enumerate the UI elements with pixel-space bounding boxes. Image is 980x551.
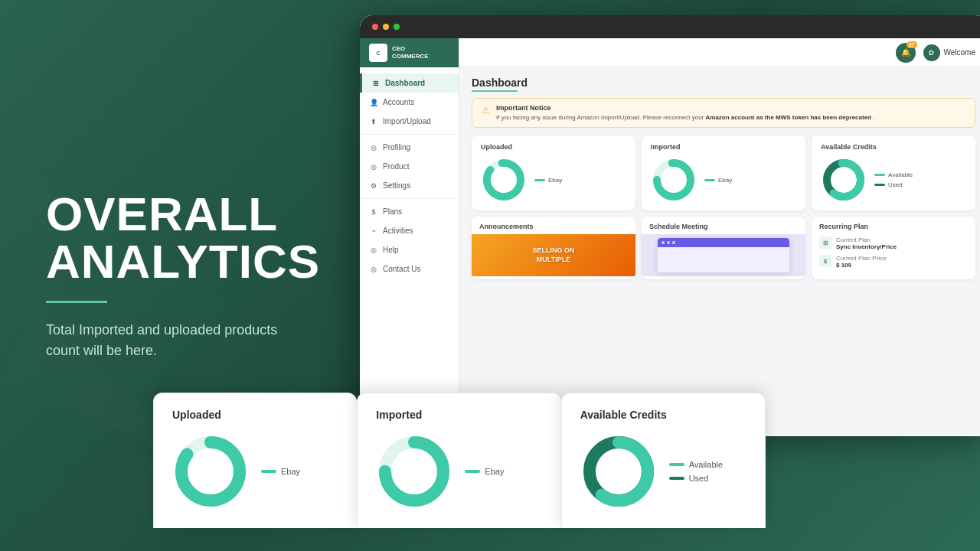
bottom-legend-imported: Ebay xyxy=(465,467,504,476)
sidebar: C CEO COMMERCE ⊞ Dashboard 👤 Accounts ⬆ xyxy=(360,38,459,436)
stat-body-imported: Ebay xyxy=(651,157,796,203)
notification-bell[interactable]: 🔔 37 xyxy=(896,43,916,63)
bottom-legend-ebay-imported: Ebay xyxy=(465,467,504,476)
legend-imported: Ebay xyxy=(704,177,732,184)
sidebar-item-help[interactable]: ◎ Help xyxy=(360,240,459,259)
activities-icon: ~ xyxy=(369,227,378,235)
sidebar-item-product[interactable]: ◎ Product xyxy=(360,157,459,176)
sidebar-item-import-upload[interactable]: ⬆ Import/Upload xyxy=(360,112,459,131)
bottom-donut-imported xyxy=(376,433,452,510)
stat-card-credits: Available Credits xyxy=(812,135,975,210)
profiling-icon: ◎ xyxy=(369,144,378,152)
logo-icon: C xyxy=(369,44,387,62)
schedule-meeting-card: Schedule Meeting xyxy=(642,217,805,279)
stat-title-uploaded: Uploaded xyxy=(481,143,626,151)
svg-point-14 xyxy=(835,171,853,189)
app-frame: C CEO COMMERCE ⊞ Dashboard 👤 Accounts ⬆ xyxy=(360,38,980,436)
recurring-price-info: Current Plan Price $ 109 xyxy=(836,255,886,269)
stat-title-credits: Available Credits xyxy=(821,143,966,151)
page-title: Dashboard xyxy=(472,77,975,89)
device-minimize-dot xyxy=(383,24,389,30)
stats-row: Uploaded xyxy=(472,135,975,210)
schedule-window xyxy=(658,238,789,272)
avatar: D xyxy=(923,44,940,61)
sidebar-item-dashboard[interactable]: ⊞ Dashboard xyxy=(360,73,459,93)
sidebar-nav: ⊞ Dashboard 👤 Accounts ⬆ Import/Upload ◎… xyxy=(360,67,459,285)
device-maximize-dot xyxy=(394,24,400,30)
bottom-card-imported: Imported Ebay xyxy=(357,393,560,528)
donut-imported xyxy=(651,157,697,203)
settings-icon: ⚙ xyxy=(369,182,378,190)
device-close-dot xyxy=(372,24,378,30)
help-icon: ◎ xyxy=(369,246,378,254)
bottom-legend-dot-ebay-imported xyxy=(465,470,480,473)
recurring-item-price: $ Current Plan Price $ 109 xyxy=(819,255,968,269)
bottom-body-credits: Available Used xyxy=(580,433,746,510)
svg-point-8 xyxy=(495,171,513,189)
welcome-text: Welcome xyxy=(944,48,976,57)
subtitle-text: Total Imported and uploaded products cou… xyxy=(46,320,306,361)
legend-item-ebay: Ebay xyxy=(534,177,562,184)
notice-banner: ⚠ Important Notice If you facing any iss… xyxy=(472,98,975,128)
stat-card-imported: Imported xyxy=(642,135,805,210)
announcements-card: Announcements SELLING ON MULTIPLE xyxy=(472,217,635,279)
second-row: Announcements SELLING ON MULTIPLE Schedu… xyxy=(472,217,975,279)
recurring-price-icon: $ xyxy=(819,255,831,267)
donut-uploaded xyxy=(481,157,527,203)
schedule-title: Schedule Meeting xyxy=(642,217,805,234)
svg-point-20 xyxy=(397,455,431,488)
sidebar-divider-2 xyxy=(360,198,459,199)
accounts-icon: 👤 xyxy=(369,99,378,106)
stat-card-uploaded: Uploaded xyxy=(472,135,635,210)
title-underline xyxy=(472,90,518,92)
bottom-legend-available: Available xyxy=(669,460,723,469)
legend-credits: Available Used xyxy=(874,171,913,188)
product-icon: ◎ xyxy=(369,163,378,171)
notice-icon: ⚠ xyxy=(482,105,490,116)
svg-point-23 xyxy=(602,455,635,488)
sidebar-divider-1 xyxy=(360,134,459,135)
bottom-legend-dot-available xyxy=(669,463,684,466)
sidebar-item-accounts[interactable]: 👤 Accounts xyxy=(360,93,459,112)
import-icon: ⬆ xyxy=(369,118,378,126)
legend-item-ebay-imported: Ebay xyxy=(704,177,732,184)
sidebar-item-activities[interactable]: ~ Activities xyxy=(360,221,459,240)
bottom-donut-uploaded xyxy=(172,433,249,510)
bottom-legend-used: Used xyxy=(669,474,723,483)
headline-divider xyxy=(46,301,107,303)
legend-dot-ebay xyxy=(534,179,545,181)
dashboard-icon: ⊞ xyxy=(371,80,381,87)
sw-dot-1 xyxy=(662,241,665,244)
sidebar-item-plans[interactable]: $ Plans xyxy=(360,202,459,221)
recurring-item-plan: ⊞ Current Plan Sync Inventory/Price xyxy=(819,236,968,250)
dashboard-frame: C CEO COMMERCE ⊞ Dashboard 👤 Accounts ⬆ xyxy=(360,15,980,436)
notice-text: If you facing any issue during Amazon Im… xyxy=(496,113,874,122)
sidebar-item-contact-us[interactable]: ◎ Contact Us xyxy=(360,259,459,279)
bottom-title-credits: Available Credits xyxy=(580,409,746,421)
stat-body-credits: Available Used xyxy=(821,157,966,203)
contact-icon: ◎ xyxy=(369,266,378,273)
device-topbar xyxy=(360,15,980,38)
bottom-title-uploaded: Uploaded xyxy=(172,409,338,421)
bottom-card-uploaded: Uploaded Ebay xyxy=(153,393,357,528)
bottom-legend-uploaded: Ebay xyxy=(261,467,300,476)
sidebar-item-profiling[interactable]: ◎ Profiling xyxy=(360,138,459,157)
schedule-window-body xyxy=(658,247,789,272)
dashboard-main: Dashboard ⚠ Important Notice If you faci… xyxy=(459,67,980,436)
announcements-title: Announcements xyxy=(472,217,635,234)
stat-title-imported: Imported xyxy=(651,143,796,151)
schedule-window-bar xyxy=(658,238,789,247)
notice-title: Important Notice xyxy=(496,104,874,112)
headline: OVERALL ANALYTICS xyxy=(46,191,322,285)
headline-line2: ANALYTICS xyxy=(46,235,320,288)
legend-dot-available xyxy=(874,174,885,176)
user-menu[interactable]: D Welcome xyxy=(923,44,976,61)
sidebar-item-settings[interactable]: ⚙ Settings xyxy=(360,176,459,195)
legend-dot-ebay-imported xyxy=(704,179,715,181)
donut-credits xyxy=(821,157,867,203)
bottom-title-imported: Imported xyxy=(376,409,542,421)
bottom-donut-credits xyxy=(580,433,657,510)
plans-icon: $ xyxy=(369,208,378,216)
notice-content: Important Notice If you facing any issue… xyxy=(496,104,874,122)
recurring-plan-card: Recurring Plan ⊞ Current Plan Sync Inven… xyxy=(812,217,975,279)
